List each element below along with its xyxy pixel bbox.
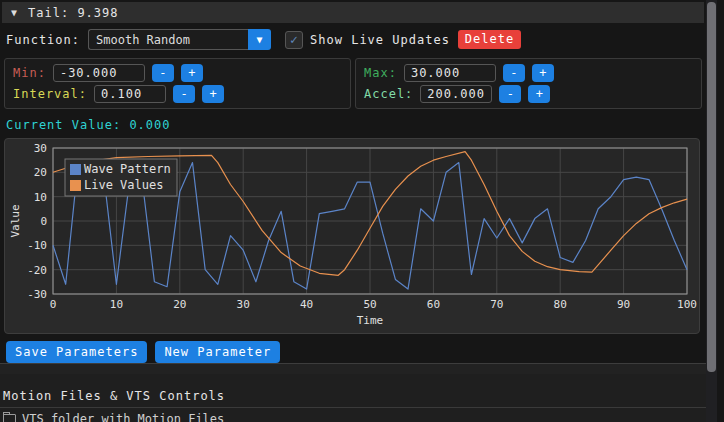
min-row: Min: - + <box>9 63 346 83</box>
svg-text:-20: -20 <box>27 264 47 277</box>
svg-text:Wave Pattern: Wave Pattern <box>84 162 171 176</box>
save-parameters-button[interactable]: Save Parameters <box>6 341 147 363</box>
current-value-line: Current Value: 0.000 <box>6 118 706 132</box>
svg-text:-30: -30 <box>27 288 47 301</box>
svg-text:Live Values: Live Values <box>84 178 163 192</box>
folder-icon <box>3 414 16 422</box>
svg-text:Time: Time <box>357 314 384 327</box>
svg-text:20: 20 <box>34 166 47 179</box>
scrollbar-thumb[interactable] <box>707 2 716 372</box>
interval-decrement-button[interactable]: - <box>173 85 195 103</box>
live-updates-label: Show Live Updates <box>310 33 450 47</box>
svg-text:70: 70 <box>490 298 503 311</box>
parameter-panel: ▼ Tail: 9.398 Function: Smooth Random ▼ … <box>0 0 706 422</box>
svg-text:10: 10 <box>110 298 123 311</box>
accel-row: Accel: - + <box>360 84 697 104</box>
min-increment-button[interactable]: + <box>181 64 203 82</box>
max-decrement-button[interactable]: - <box>503 64 525 82</box>
chevron-down-icon[interactable]: ▼ <box>248 29 271 50</box>
chart-panel: 0102030405060708090100-30-20-100102030Ti… <box>4 138 700 334</box>
accel-label: Accel: <box>364 87 413 101</box>
max-accel-group: Max: - + Accel: - + <box>355 58 702 109</box>
max-row: Max: - + <box>360 63 697 83</box>
svg-text:30: 30 <box>237 298 250 311</box>
new-parameter-button[interactable]: New Parameter <box>155 341 280 363</box>
accel-decrement-button[interactable]: - <box>499 85 521 103</box>
parameter-groups: Min: - + Interval: - + Max: - + Accel: <box>4 58 702 109</box>
vts-folder-label: VTS folder with Motion Files <box>22 412 224 422</box>
svg-text:0: 0 <box>50 298 57 311</box>
current-value-label: Current Value: <box>6 118 121 132</box>
section-header[interactable]: ▼ Tail: 9.398 <box>2 2 704 23</box>
svg-text:-10: -10 <box>27 239 47 252</box>
svg-text:Value: Value <box>9 204 22 237</box>
svg-text:90: 90 <box>617 298 630 311</box>
accel-input[interactable] <box>420 85 492 103</box>
current-value: 0.000 <box>129 118 170 132</box>
motion-files-title: Motion Files & VTS Controls <box>3 389 225 403</box>
max-increment-button[interactable]: + <box>532 64 554 82</box>
chart-svg: 0102030405060708090100-30-20-100102030Ti… <box>5 139 699 333</box>
divider <box>0 407 724 408</box>
interval-input[interactable] <box>94 85 166 103</box>
svg-text:50: 50 <box>363 298 376 311</box>
accel-increment-button[interactable]: + <box>528 85 550 103</box>
action-buttons: Save Parameters New Parameter <box>6 341 706 363</box>
check-icon: ✓ <box>290 32 298 47</box>
svg-text:0: 0 <box>40 215 47 228</box>
interval-label: Interval: <box>13 87 87 101</box>
svg-text:20: 20 <box>173 298 186 311</box>
live-updates-checkbox[interactable]: ✓ <box>285 31 303 49</box>
min-interval-group: Min: - + Interval: - + <box>4 58 351 109</box>
function-dropdown[interactable]: Smooth Random ▼ <box>88 29 271 50</box>
interval-increment-button[interactable]: + <box>202 85 224 103</box>
vts-folder-row[interactable]: VTS folder with Motion Files <box>3 412 224 422</box>
function-dropdown-value[interactable]: Smooth Random <box>88 29 248 50</box>
svg-text:100: 100 <box>677 298 697 311</box>
svg-text:10: 10 <box>34 191 47 204</box>
right-edge <box>717 0 724 422</box>
svg-text:40: 40 <box>300 298 313 311</box>
function-row: Function: Smooth Random ▼ ✓ Show Live Up… <box>6 28 706 51</box>
min-label: Min: <box>13 66 46 80</box>
svg-text:60: 60 <box>427 298 440 311</box>
scrollbar-track[interactable] <box>706 0 717 422</box>
motion-files-section: Motion Files & VTS Controls VTS folder w… <box>0 374 724 422</box>
min-input[interactable] <box>53 64 145 82</box>
interval-row: Interval: - + <box>9 84 346 104</box>
function-label: Function: <box>6 33 80 47</box>
svg-text:30: 30 <box>34 142 47 155</box>
max-input[interactable] <box>404 64 496 82</box>
section-title: Tail: 9.398 <box>28 6 118 20</box>
delete-button[interactable]: Delete <box>458 30 521 49</box>
max-label: Max: <box>364 66 397 80</box>
svg-text:80: 80 <box>554 298 567 311</box>
collapse-icon[interactable]: ▼ <box>11 7 18 18</box>
min-decrement-button[interactable]: - <box>152 64 174 82</box>
